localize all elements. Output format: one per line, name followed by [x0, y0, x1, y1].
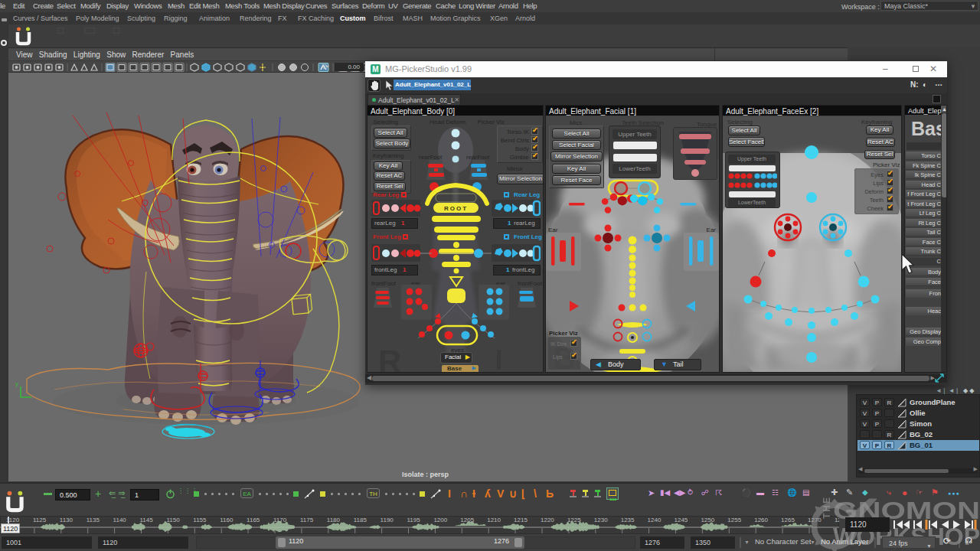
svg-text:1220: 1220: [541, 517, 554, 523]
svg-text:1265: 1265: [781, 517, 795, 523]
svg-text:1130: 1130: [60, 517, 74, 523]
svg-text:1255: 1255: [727, 517, 741, 523]
svg-text:1275: 1275: [835, 517, 839, 523]
svg-text:1155: 1155: [193, 517, 207, 523]
svg-text:1235: 1235: [621, 517, 635, 523]
svg-text:1175: 1175: [300, 517, 314, 523]
svg-text:1195: 1195: [407, 517, 421, 523]
svg-text:1180: 1180: [327, 517, 341, 523]
svg-text:1245: 1245: [675, 517, 688, 523]
svg-text:1125: 1125: [33, 517, 47, 523]
svg-text:1165: 1165: [247, 517, 260, 523]
svg-text:1230: 1230: [594, 517, 608, 523]
svg-text:1190: 1190: [381, 517, 394, 523]
svg-text:1150: 1150: [166, 517, 180, 523]
svg-text:1160: 1160: [220, 517, 234, 523]
svg-text:1215: 1215: [514, 517, 528, 523]
svg-text:1250: 1250: [701, 517, 714, 523]
svg-text:1210: 1210: [487, 517, 501, 523]
svg-text:1135: 1135: [87, 517, 100, 523]
svg-text:y: y: [15, 380, 18, 387]
svg-text:1145: 1145: [140, 517, 154, 523]
svg-text:1200: 1200: [433, 517, 447, 523]
svg-text:1260: 1260: [754, 517, 768, 523]
svg-text:1140: 1140: [113, 517, 127, 523]
svg-text:1270: 1270: [808, 517, 822, 523]
svg-text:1185: 1185: [354, 517, 368, 523]
svg-text:1240: 1240: [648, 517, 662, 523]
svg-text:M: M: [372, 65, 378, 73]
